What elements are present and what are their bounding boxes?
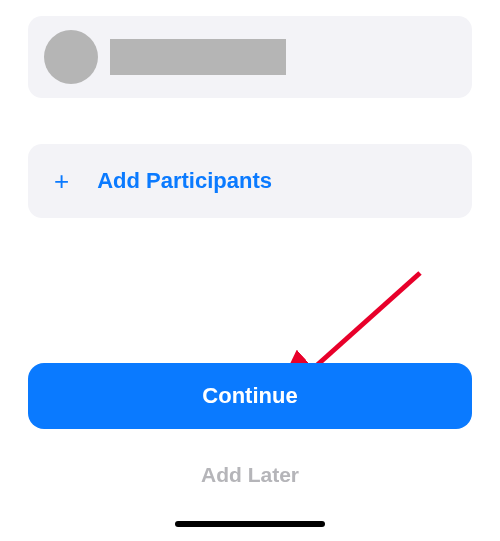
content-container: + Add Participants — [0, 0, 500, 218]
continue-button[interactable]: Continue — [28, 363, 472, 429]
participant-card[interactable] — [28, 16, 472, 98]
bottom-section: Continue Add Later — [0, 363, 500, 541]
add-participants-button[interactable]: + Add Participants — [28, 144, 472, 218]
add-later-button[interactable]: Add Later — [28, 455, 472, 495]
svg-line-1 — [306, 273, 420, 375]
participant-avatar — [44, 30, 98, 84]
add-participants-label: Add Participants — [97, 168, 272, 194]
home-indicator — [175, 521, 325, 527]
plus-icon: + — [54, 168, 69, 194]
participant-name-placeholder — [110, 39, 286, 75]
